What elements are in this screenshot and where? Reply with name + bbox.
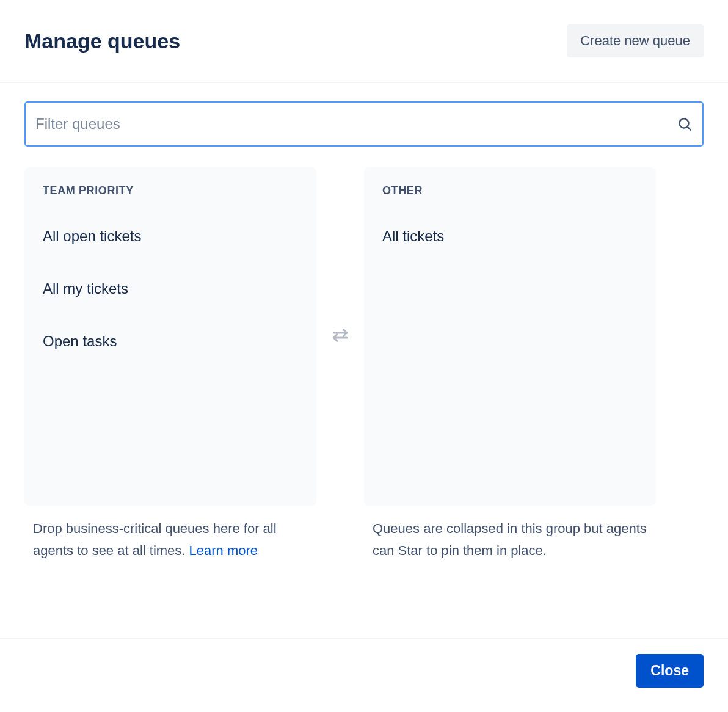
other-column[interactable]: OTHER All tickets: [364, 167, 656, 506]
create-new-queue-button[interactable]: Create new queue: [567, 24, 704, 57]
learn-more-link[interactable]: Learn more: [189, 543, 258, 558]
team-priority-column[interactable]: TEAM PRIORITY All open tickets All my ti…: [24, 167, 316, 506]
filter-queues-input[interactable]: [24, 101, 704, 147]
close-button[interactable]: Close: [636, 654, 704, 688]
queue-item[interactable]: All tickets: [382, 219, 638, 253]
column-header-team-priority: TEAM PRIORITY: [43, 184, 298, 197]
search-container: [24, 101, 704, 147]
page-title: Manage queues: [24, 29, 180, 53]
other-helper: Queues are collapsed in this group but a…: [364, 518, 656, 562]
queue-item[interactable]: Open tasks: [43, 324, 298, 358]
helper-spacer: [316, 506, 364, 562]
queue-item[interactable]: All open tickets: [43, 219, 298, 253]
swap-icon-container: [316, 167, 364, 506]
queue-item[interactable]: All my tickets: [43, 272, 298, 306]
column-header-other: OTHER: [382, 184, 638, 197]
search-icon: [677, 116, 693, 132]
svg-line-1: [688, 127, 691, 130]
modal-body: TEAM PRIORITY All open tickets All my ti…: [0, 83, 728, 623]
helper-text: Queues are collapsed in this group but a…: [373, 521, 647, 558]
team-priority-helper: Drop business-critical queues here for a…: [24, 518, 316, 562]
helper-row: Drop business-critical queues here for a…: [24, 506, 704, 562]
modal-footer: Close: [0, 638, 728, 712]
queue-columns: TEAM PRIORITY All open tickets All my ti…: [24, 167, 704, 506]
swap-horizontal-icon: [330, 325, 350, 347]
manage-queues-modal: Manage queues Create new queue TEAM PRIO…: [0, 0, 728, 712]
modal-header: Manage queues Create new queue: [0, 0, 728, 83]
